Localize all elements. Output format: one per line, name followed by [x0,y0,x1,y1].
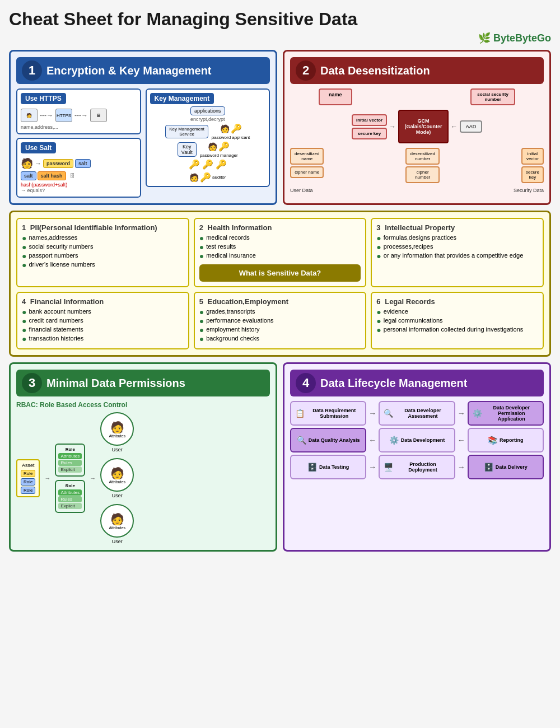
section-lifecycle: 4 Data Lifecycle Management 📋 Data Requi… [283,362,551,552]
lc-node-assessment: 🔍 Data Developer Assessment [379,401,455,426]
ip-list: ●formulas,designs practices ●processes,r… [376,234,538,260]
bullet6: ● [199,243,204,251]
applicant-label: password applicant [212,135,250,140]
lc-arrow1: → [368,409,376,418]
user-icon2: 🧑 [110,466,124,480]
section-permissions: 3 Minimal Data Permissions RBAC: Role Ba… [9,362,277,552]
https-icon: HTTPS [55,109,72,122]
delivery-icon: 🗄️ [484,463,493,472]
rbac-asset-box: Asset Rule Role Role [16,459,40,497]
quality-icon: 🔍 [297,436,306,445]
bullet19: ● [376,308,381,316]
user-label3: User [112,539,123,544]
rules-row2: Rules [58,496,82,502]
initial-vector-output: initialvector [521,148,544,165]
cipher-number: ciphernumber [405,166,439,183]
lifecycle-number: 4 [296,373,316,393]
bullet10: ● [376,252,381,260]
perm-icon: ⚙️ [473,409,482,418]
rule-label: Rule [21,470,35,477]
attr-row2: Attributes [58,489,82,496]
attr-badge3: Attributes [109,526,125,530]
manager-label: password manager [200,153,238,158]
secure-key-output: securekey [521,166,544,183]
sensitive-card-health: 2 Health Information ●medical records ●t… [194,218,367,287]
hash-formula: hash(password+salt) [21,182,137,188]
bullet9: ● [376,243,381,251]
key-vault-node: KeyVault [178,142,197,157]
finance-title: 4 Financial Information [22,297,184,306]
lifecycle-title: Data Lifecycle Management [320,377,467,390]
keymgmt-label: Key Management [150,93,214,104]
bullet5: ● [199,234,204,242]
cipher-name: cipher name [290,166,324,178]
key-yellow: 🔑 [216,159,227,170]
permissions-number: 3 [22,373,42,393]
deploy-icon: 🖥️ [384,463,393,472]
user-icon3: 🧑 [110,512,124,526]
bullet4: ● [22,261,26,269]
ssn-node: social securitynumber [470,88,515,105]
aad-node: AAD [460,120,482,133]
initial-vector-input: initial vector [352,114,387,126]
key-icon3: 🔑 [200,172,211,183]
rules-row1: Rules [58,460,82,466]
lc-node-permission: ⚙️ Data Developer Permission Application [468,401,544,426]
secure-key-input: secure key [352,128,387,139]
desensitization-header: 2 Data Desensitization [290,57,544,84]
lc-node-delivery: 🗄️ Data Delivery [468,455,544,479]
key-red: 🔑 [189,159,200,170]
desensitization-diagram: name social securitynumber initial vecto… [290,88,544,193]
role-title2: Role [58,483,82,488]
bullet1: ● [22,234,26,242]
gcm-node: GCM(Galais/CounterMode) [398,110,449,143]
user-circle1: 🧑 Attributes [100,412,134,446]
lc-node-deployment: 🖥️ Production Deployment [379,455,455,479]
lifecycle-diagram: 📋 Data Requirement Submission → 🔍 Data D… [290,401,544,479]
auditor-label: auditor [212,175,226,180]
person-manager: 🧑 [208,142,217,151]
sensitive-data-section: 1 PII(Personal Identifiable Information)… [9,211,551,357]
user-label2: User [112,493,123,498]
encryption-title: Encryption & Key Management [46,64,212,77]
attr-badge1: Attributes [109,434,125,438]
key-green: 🔑 [202,159,213,170]
edu-list: ●grades,transcripts ●performance evaluat… [199,308,361,343]
person-icon2: 🧑 [21,157,33,170]
server-icon: 🖥 [90,109,107,122]
bullet11: ● [22,308,26,316]
equals-label: → equals? [21,188,137,193]
lc-arrow5: → [368,463,376,472]
section-encryption: 1 Encryption & Key Management Use HTTPS … [9,50,277,205]
lc-arrow2: → [458,409,465,418]
bullet3: ● [22,252,26,260]
use-salt-box: Use Salt 🧑 → password salt salt salt has… [16,138,141,198]
password-pill: password [43,159,73,168]
bullet21: ● [376,326,381,334]
dev-icon: ⚙️ [389,436,399,445]
role-label2: Role [21,487,35,494]
assess-icon: 🔍 [384,409,393,418]
encrypt-decrypt-label: encrypt,decrypt [190,116,225,122]
bullet2: ● [22,243,26,251]
lc-arrow4: ← [368,436,376,445]
finance-list: ●bank account numbers ●credit card numbe… [22,308,184,343]
page-title: Cheat Sheet for Managing Sensitive Data [9,9,551,30]
person-auditor: 🧑 [189,173,199,182]
rbac-diagram: Asset Rule Role Role → Role Attributes R… [16,412,270,544]
key-management-box: Key Management applications encrypt,decr… [146,88,270,187]
pii-list: ●names,addresses ●social security number… [22,234,184,269]
health-title: 2 Health Information [199,223,361,232]
role-label: Role [21,478,35,486]
arrow3: → [35,160,41,167]
bullet16: ● [199,317,204,325]
test-icon: 🗄️ [307,463,317,472]
desensitization-number: 2 [296,60,316,81]
ip-title: 3 Intellectual Property [376,223,538,232]
desensitization-title: Data Desensitization [320,64,430,77]
rbac-users: 🧑 Attributes User 🧑 Attributes User 🧑 [100,412,134,544]
salt-label: Use Salt [21,142,56,153]
permissions-title: Minimal Data Permissions [46,377,185,390]
https-desc: name,address,... [21,124,137,130]
permissions-header: 3 Minimal Data Permissions [16,370,270,396]
